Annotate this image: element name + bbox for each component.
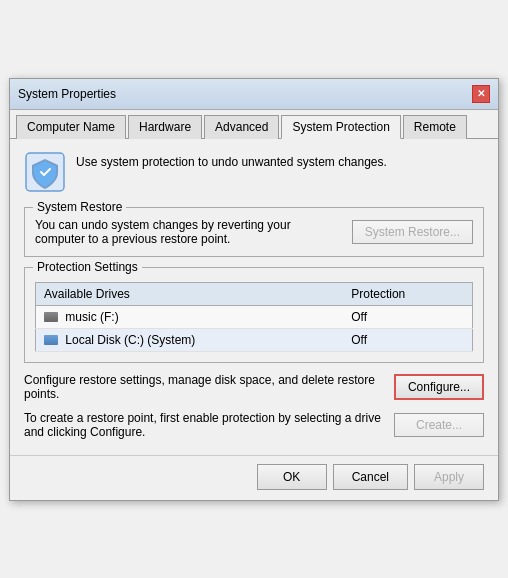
tab-content: Use system protection to undo unwanted s… [10,139,498,455]
cancel-button[interactable]: Cancel [333,464,408,490]
header-section: Use system protection to undo unwanted s… [24,151,484,193]
system-restore-button[interactable]: System Restore... [352,220,473,244]
bottom-buttons: OK Cancel Apply [10,455,498,500]
header-text: Use system protection to undo unwanted s… [76,151,387,169]
disk-drive-icon [44,335,58,345]
system-properties-window: System Properties ✕ Computer Name Hardwa… [9,78,499,501]
protection-settings-label: Protection Settings [33,260,142,274]
system-restore-description: You can undo system changes by reverting… [35,218,342,246]
create-description: To create a restore point, first enable … [24,411,384,439]
apply-button[interactable]: Apply [414,464,484,490]
table-row[interactable]: Local Disk (C:) (System) Off [36,328,473,351]
col-drives: Available Drives [36,282,344,305]
tab-hardware[interactable]: Hardware [128,115,202,139]
removable-drive-icon [44,312,58,322]
tab-computer-name[interactable]: Computer Name [16,115,126,139]
tab-advanced[interactable]: Advanced [204,115,279,139]
tab-system-protection[interactable]: System Protection [281,115,400,139]
window-title: System Properties [18,87,116,101]
configure-description: Configure restore settings, manage disk … [24,373,384,401]
system-restore-group: System Restore You can undo system chang… [24,207,484,257]
drive-name-1: music (F:) [36,305,344,328]
protection-settings-group: Protection Settings Available Drives Pro… [24,267,484,363]
tab-bar: Computer Name Hardware Advanced System P… [10,110,498,139]
configure-section: Configure restore settings, manage disk … [24,373,484,401]
close-button[interactable]: ✕ [472,85,490,103]
system-restore-content: You can undo system changes by reverting… [35,218,473,246]
drive-name-2: Local Disk (C:) (System) [36,328,344,351]
protection-status-1: Off [343,305,472,328]
configure-button[interactable]: Configure... [394,374,484,400]
system-restore-label: System Restore [33,200,126,214]
protection-status-2: Off [343,328,472,351]
tab-remote[interactable]: Remote [403,115,467,139]
create-section: To create a restore point, first enable … [24,411,484,439]
create-button[interactable]: Create... [394,413,484,437]
ok-button[interactable]: OK [257,464,327,490]
col-protection: Protection [343,282,472,305]
shield-icon [24,151,66,193]
drives-table: Available Drives Protection music (F:) O… [35,282,473,352]
table-row[interactable]: music (F:) Off [36,305,473,328]
title-bar: System Properties ✕ [10,79,498,110]
